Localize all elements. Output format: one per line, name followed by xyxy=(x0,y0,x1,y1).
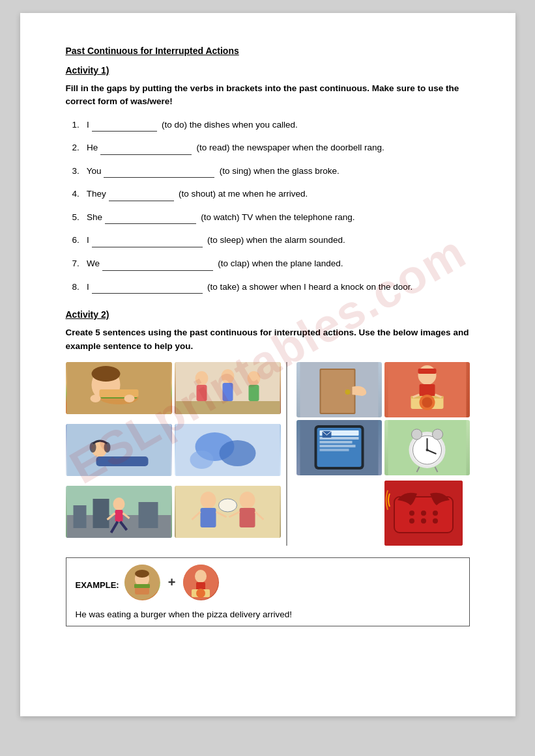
svg-point-41 xyxy=(239,492,255,509)
ex8-number: 8. xyxy=(72,282,80,292)
svg-point-19 xyxy=(89,442,96,453)
ex2-text: (to read) the newspaper when the doorbel… xyxy=(194,143,384,152)
svg-rect-12 xyxy=(222,383,233,401)
svg-point-50 xyxy=(345,389,350,395)
svg-point-24 xyxy=(190,451,213,469)
svg-point-57 xyxy=(422,397,432,408)
images-left-grid xyxy=(66,362,287,546)
exercise-item-1: 1. I (to do) the dishes when you called. xyxy=(66,118,470,132)
image-tablet-screen xyxy=(296,420,382,475)
ex6-subject: I xyxy=(87,235,89,245)
ex6-blank xyxy=(92,238,203,247)
worksheet-page: ESLprintables.com Past Continuous for In… xyxy=(20,13,515,716)
ex7-text: (to clap) when the plane landed. xyxy=(216,259,343,268)
ex7-blank xyxy=(102,262,213,271)
ex1-text: (to do) the dishes when you called. xyxy=(159,120,297,130)
ex4-number: 4. xyxy=(72,189,80,199)
svg-point-13 xyxy=(247,371,260,385)
svg-point-52 xyxy=(418,365,436,385)
ex2-subject: He xyxy=(87,143,98,152)
svg-rect-58 xyxy=(418,369,436,374)
ex1-subject: I xyxy=(87,120,89,130)
ex6-number: 6. xyxy=(72,235,80,245)
svg-rect-68 xyxy=(319,449,349,451)
example-box: EXAMPLE: + xyxy=(66,557,470,626)
svg-point-84 xyxy=(409,511,414,516)
svg-point-77 xyxy=(411,429,422,440)
svg-point-23 xyxy=(219,440,255,466)
svg-point-9 xyxy=(195,371,208,385)
svg-point-85 xyxy=(421,511,426,516)
plus-sign: + xyxy=(168,575,176,590)
ex7-subject: We xyxy=(87,259,100,268)
image-crowd-scene xyxy=(175,362,281,414)
image-person-running xyxy=(66,486,172,538)
svg-point-30 xyxy=(113,497,124,511)
example-img-pizza xyxy=(183,565,219,600)
svg-rect-67 xyxy=(319,445,355,447)
svg-point-88 xyxy=(421,518,426,524)
ex5-subject: She xyxy=(87,212,102,222)
ex7-number: 7. xyxy=(72,259,80,268)
svg-rect-38 xyxy=(200,508,216,527)
ex1-blank xyxy=(92,122,157,132)
example-header: EXAMPLE: + xyxy=(76,565,460,606)
svg-point-2 xyxy=(91,366,120,382)
activity2-label: Activity 2) xyxy=(66,309,470,320)
ex6-text: (to sleep) when the alarm sounded. xyxy=(205,235,345,245)
ex5-text: (to watch) TV when the telephone rang. xyxy=(199,212,355,222)
svg-point-99 xyxy=(196,589,205,598)
svg-point-78 xyxy=(432,429,442,440)
ex8-text: (to take) a shower when I heard a knock … xyxy=(205,282,412,292)
svg-rect-15 xyxy=(175,401,280,414)
svg-point-86 xyxy=(433,511,438,516)
ex5-blank xyxy=(105,215,196,224)
svg-rect-27 xyxy=(73,505,86,528)
svg-rect-66 xyxy=(319,441,352,443)
image-person-relaxing xyxy=(66,424,172,476)
image-burger-eating xyxy=(66,362,172,414)
activity2-instruction: Create 5 sentences using the past contin… xyxy=(66,326,470,353)
svg-rect-29 xyxy=(138,502,158,528)
svg-point-20 xyxy=(104,442,110,453)
svg-rect-14 xyxy=(248,385,259,401)
ex2-number: 2. xyxy=(72,143,80,152)
svg-rect-31 xyxy=(115,510,123,522)
exercise-item-3: 3. You (to sing) when the glass broke. xyxy=(66,164,470,178)
ex5-number: 5. xyxy=(72,212,80,222)
exercise-item-2: 2. He (to read) the newspaper when the d… xyxy=(66,141,470,155)
svg-rect-94 xyxy=(134,584,150,588)
ex2-blank xyxy=(100,146,192,155)
svg-rect-18 xyxy=(96,456,148,466)
page-title: Past Continuous for Interrupted Actions xyxy=(66,46,470,56)
images-section xyxy=(66,362,470,546)
exercise-list: 1. I (to do) the dishes when you called.… xyxy=(66,118,470,294)
svg-rect-10 xyxy=(196,385,207,401)
ex4-subject: They xyxy=(87,189,106,199)
ex4-text: (to shout) at me when he arrived. xyxy=(176,189,308,199)
activity1-instruction: Fill in the gaps by putting the verbs in… xyxy=(66,82,470,109)
image-alarm-clock xyxy=(384,420,470,475)
svg-point-6 xyxy=(90,395,100,402)
svg-point-37 xyxy=(200,492,216,509)
ex3-blank xyxy=(104,169,214,178)
example-label: EXAMPLE: xyxy=(76,580,119,590)
activity1-label: Activity 1) xyxy=(66,65,470,76)
image-speech-bubbles xyxy=(175,424,281,476)
images-right-grid xyxy=(287,362,470,546)
svg-rect-42 xyxy=(239,508,255,527)
image-door-knock xyxy=(296,362,382,417)
image-telephone xyxy=(384,481,463,546)
exercise-item-4: 4. They (to shout) at me when he arrived… xyxy=(66,187,470,201)
svg-point-7 xyxy=(124,395,134,402)
ex8-blank xyxy=(92,285,203,294)
example-sentence: He was eating a burger when the pizza de… xyxy=(76,609,460,619)
exercise-item-8: 8. I (to take) a shower when I heard a k… xyxy=(66,280,470,294)
example-img-burger xyxy=(124,565,160,600)
svg-rect-16 xyxy=(66,424,171,476)
exercise-item-5: 5. She (to watch) TV when the telephone … xyxy=(66,210,470,225)
ex3-number: 3. xyxy=(72,166,80,176)
ex3-text: (to sing) when the glass broke. xyxy=(217,166,340,176)
svg-point-96 xyxy=(195,570,207,583)
image-pizza-delivery xyxy=(384,362,470,417)
